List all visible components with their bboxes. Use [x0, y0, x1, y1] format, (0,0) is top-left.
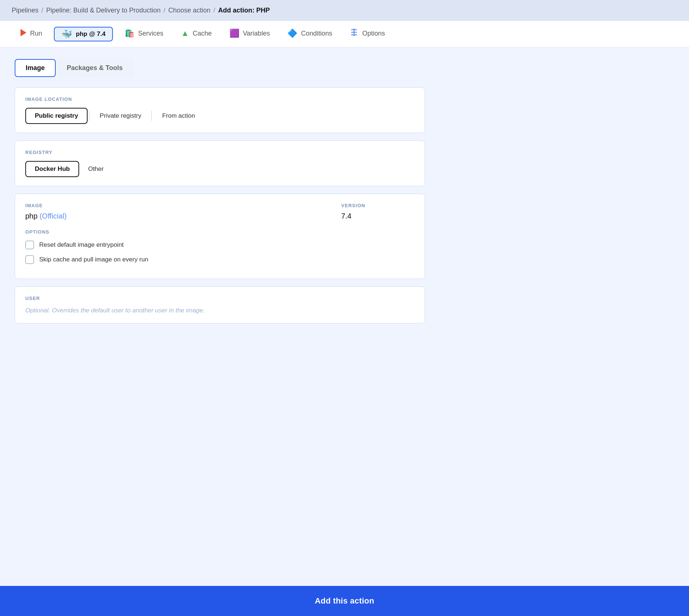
tab-services-label: Services [138, 30, 163, 37]
breadcrumb-pipeline-name[interactable]: Pipeline: Build & Delivery to Production [46, 7, 161, 14]
docker-icon: 🐳 [61, 29, 72, 39]
tab-run-label: Run [30, 30, 42, 37]
sub-tab-image[interactable]: Image [15, 59, 56, 77]
tab-variables[interactable]: 🟪 Variables [221, 21, 279, 47]
tab-cache-label: Cache [193, 30, 212, 37]
registry-card: REGISTRY Docker Hub Other [15, 140, 425, 186]
image-name: php [25, 212, 37, 220]
image-field-value: php (Official) [25, 212, 327, 220]
breadcrumb-sep-3: / [213, 7, 215, 14]
breadcrumb-pipelines[interactable]: Pipelines [12, 7, 38, 14]
svg-point-1 [353, 32, 355, 33]
image-options-label: OPTIONS [25, 229, 414, 235]
services-icon: 🛍️ [125, 29, 135, 38]
image-version-card: IMAGE php (Official) VERSION 7.4 OPTIONS… [15, 194, 425, 279]
tab-conditions[interactable]: 🔷 Conditions [279, 21, 341, 47]
image-location-options: Public registry Private registry From ac… [25, 108, 414, 124]
image-field-label: IMAGE [25, 203, 327, 208]
user-placeholder[interactable]: Optional. Overrides the default user to … [25, 307, 414, 314]
breadcrumb-sep-1: / [41, 7, 43, 14]
image-official-badge: (Official) [40, 212, 67, 220]
checkbox-row-1: Reset default image entrypoint [25, 241, 414, 249]
tab-run[interactable]: Run [12, 21, 51, 47]
registry-options: Docker Hub Other [25, 161, 414, 177]
svg-point-2 [353, 34, 355, 36]
play-icon [21, 29, 26, 38]
option-from-action[interactable]: From action [153, 109, 204, 123]
version-field-value: 7.4 [341, 212, 414, 220]
options-tab-icon [350, 28, 358, 39]
option-other[interactable]: Other [79, 162, 113, 176]
variables-icon: 🟪 [229, 29, 239, 38]
breadcrumb: Pipelines / Pipeline: Build & Delivery t… [0, 0, 689, 21]
bottom-bar: Add this action [0, 586, 689, 616]
user-label: USER [25, 296, 414, 301]
registry-label: REGISTRY [25, 150, 414, 155]
tab-variables-label: Variables [243, 30, 270, 37]
version-field-label: VERSION [341, 203, 414, 208]
breadcrumb-current: Add action: PHP [218, 7, 270, 14]
tab-options[interactable]: Options [341, 21, 394, 47]
checkbox-skip-cache[interactable] [25, 255, 34, 264]
tab-services[interactable]: 🛍️ Services [116, 21, 172, 47]
option-public-registry[interactable]: Public registry [25, 108, 88, 124]
image-location-label: IMAGE LOCATION [25, 96, 414, 102]
version-column: VERSION 7.4 [341, 203, 414, 220]
option-private-registry[interactable]: Private registry [91, 109, 150, 123]
image-version-row: IMAGE php (Official) VERSION 7.4 [25, 203, 414, 220]
checkbox-row-2: Skip cache and pull image on every run [25, 255, 414, 264]
breadcrumb-sep-2: / [163, 7, 165, 14]
checkbox-entrypoint-label: Reset default image entrypoint [39, 241, 124, 249]
tab-options-label: Options [362, 30, 385, 37]
breadcrumb-choose-action[interactable]: Choose action [168, 7, 210, 14]
sub-tab-packages[interactable]: Packages & Tools [56, 59, 134, 77]
sub-tab-bar: Image Packages & Tools [15, 59, 425, 77]
svg-point-0 [353, 29, 355, 30]
tab-php[interactable]: 🐳 php @ 7.4 [54, 27, 113, 41]
checkbox-skip-cache-label: Skip cache and pull image on every run [39, 256, 148, 263]
option-divider-1 [89, 111, 89, 121]
option-docker-hub[interactable]: Docker Hub [25, 161, 79, 177]
option-divider-2 [151, 111, 152, 121]
conditions-icon: 🔷 [287, 29, 297, 38]
user-card: USER Optional. Overrides the default use… [15, 286, 425, 323]
add-action-button[interactable]: Add this action [315, 596, 374, 606]
main-content: Image Packages & Tools IMAGE LOCATION Pu… [0, 47, 440, 342]
tab-conditions-label: Conditions [301, 30, 332, 37]
image-column: IMAGE php (Official) [25, 203, 327, 220]
image-location-card: IMAGE LOCATION Public registry Private r… [15, 87, 425, 133]
cache-icon: ▲ [181, 29, 189, 38]
checkbox-entrypoint[interactable] [25, 241, 34, 249]
tab-cache[interactable]: ▲ Cache [172, 21, 221, 47]
top-tab-bar: Run 🐳 php @ 7.4 🛍️ Services ▲ Cache 🟪 Va… [0, 21, 689, 47]
tab-php-label: php @ 7.4 [76, 30, 106, 38]
